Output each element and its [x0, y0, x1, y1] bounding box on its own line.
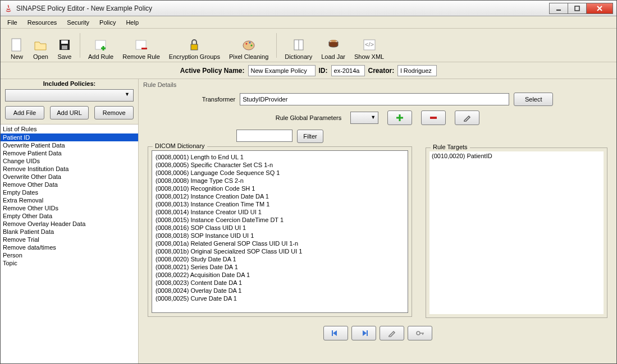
dicom-dictionary-list[interactable]: (0008,0001) Length to End UL 1(0008,0005… [152, 150, 408, 313]
dict-item[interactable]: (0008,0020) Study Date DA 1 [156, 255, 404, 263]
menu-resources[interactable]: Resources [23, 18, 62, 27]
dict-item[interactable]: (0008,0013) Instance Creation Time TM 1 [156, 200, 404, 208]
open-button[interactable]: Open [29, 30, 53, 61]
rule-item[interactable]: Empty Other Data [1, 212, 138, 220]
rule-item[interactable]: Overwrite Patient Data [1, 141, 138, 149]
dict-item[interactable]: (0008,0012) Instance Creation Date DA 1 [156, 192, 404, 200]
next-button[interactable] [351, 326, 376, 340]
svg-text:</>: </> [365, 41, 374, 48]
rule-item[interactable]: Remove Institution Data [1, 165, 138, 173]
dicom-dictionary-fieldset: DICOM Dictionary (0008,0001) Length to E… [148, 146, 412, 317]
save-button[interactable]: Save [53, 30, 76, 61]
remove-policy-button[interactable]: Remove [94, 106, 134, 119]
included-policies-combo[interactable] [5, 89, 134, 102]
jar-icon [326, 38, 341, 52]
rule-item[interactable]: Remove Other Data [1, 181, 138, 188]
toolbar-separator [80, 33, 80, 58]
edit-button[interactable] [380, 326, 404, 340]
rule-targets-list[interactable]: (0010,0020) PatientID [429, 151, 604, 314]
encryption-groups-button[interactable]: Encryption Groups [164, 30, 225, 61]
active-name-input[interactable] [248, 65, 316, 76]
add-rule-button[interactable]: Add Rule [84, 30, 118, 61]
dict-item[interactable]: (0008,0010) Recognition Code SH 1 [156, 185, 404, 192]
java-icon [4, 4, 13, 13]
rule-item[interactable]: Person [1, 251, 138, 259]
rule-item[interactable]: Blank Patient Data [1, 228, 138, 236]
active-creator-input[interactable] [397, 65, 437, 76]
add-param-button[interactable] [387, 110, 412, 125]
rules-list[interactable]: List of Rules Patient IDOverwrite Patien… [1, 124, 138, 363]
menubar: File Resources Security Policy Help [1, 16, 616, 29]
rule-item[interactable]: Remove Other UIDs [1, 204, 138, 212]
open-icon [33, 38, 48, 52]
menu-policy[interactable]: Policy [95, 18, 120, 27]
dict-item[interactable]: (0008,0006) Language Code Sequence SQ 1 [156, 169, 404, 177]
dict-item[interactable]: (0008,001b) Original Specialized SOP Cla… [156, 247, 404, 255]
dict-item[interactable]: (0008,0016) SOP Class UID UI 1 [156, 224, 404, 232]
key-button[interactable] [408, 326, 432, 340]
maximize-button[interactable] [568, 3, 587, 14]
transformer-input[interactable] [240, 93, 509, 105]
pixel-cleaning-button[interactable]: Pixel Cleaning [225, 30, 273, 61]
mid-columns: Filter DICOM Dictionary (0008,0001) Leng… [139, 127, 616, 321]
target-item[interactable]: (0010,0020) PatientID [432, 153, 601, 159]
transformer-label: Transformer [202, 96, 236, 103]
menu-file[interactable]: File [3, 18, 22, 27]
filter-input[interactable] [236, 130, 292, 142]
close-button[interactable] [586, 3, 613, 14]
svg-point-10 [243, 41, 254, 50]
dict-item[interactable]: (0008,0025) Curve Date DA 1 [156, 294, 404, 302]
dict-item[interactable]: (0008,0001) Length to End UL 1 [156, 153, 404, 161]
globals-combo[interactable] [350, 112, 378, 124]
window-controls [550, 3, 613, 14]
prev-button[interactable] [323, 326, 348, 340]
rule-item[interactable]: Empty Dates [1, 188, 138, 196]
dictionary-button[interactable]: Dictionary [280, 30, 317, 61]
dict-item[interactable]: (0008,0021) Series Date DA 1 [156, 263, 404, 271]
edit-param-button[interactable] [455, 110, 479, 125]
rule-item[interactable]: Change UIDs [1, 157, 138, 165]
lock-icon [187, 38, 202, 52]
filter-button[interactable]: Filter [297, 130, 323, 143]
included-policies-buttons: Add File Add URL Remove [1, 103, 138, 124]
active-policy-bar: Active Policy Name: ID: Creator: [1, 62, 616, 79]
rule-item[interactable]: Extra Removal [1, 196, 138, 204]
toolbar: New Open Save Add Rule Remove Rule Encry… [1, 29, 616, 62]
svg-rect-4 [61, 40, 68, 44]
dict-item[interactable]: (0008,0014) Instance Creator UID UI 1 [156, 208, 404, 216]
save-icon [57, 38, 72, 52]
add-url-button[interactable]: Add URL [50, 106, 89, 119]
menu-help[interactable]: Help [121, 18, 143, 27]
xml-icon: </> [362, 38, 377, 52]
remove-param-button[interactable] [421, 110, 446, 125]
rule-item[interactable]: Remove data/times [1, 243, 138, 251]
rule-item[interactable]: Topic [1, 259, 138, 267]
rule-item[interactable]: Remove Overlay Header Data [1, 220, 138, 228]
svg-rect-1 [575, 6, 579, 11]
rule-item[interactable]: Remove Patient Data [1, 149, 138, 157]
dict-item[interactable]: (0008,0023) Content Date DA 1 [156, 279, 404, 287]
svg-point-11 [246, 43, 248, 44]
rule-item[interactable]: Remove Trial [1, 236, 138, 243]
show-xml-button[interactable]: </>Show XML [350, 30, 389, 61]
menu-security[interactable]: Security [62, 18, 94, 27]
add-file-button[interactable]: Add File [5, 106, 44, 119]
right-pane: Rule Details Transformer Select Rule Glo… [139, 79, 616, 363]
select-transformer-button[interactable]: Select [514, 93, 553, 106]
rule-item[interactable]: Patient ID [1, 133, 138, 141]
rule-item[interactable]: Overwrite Other Data [1, 173, 138, 181]
dict-item[interactable]: (0008,0005) Specific Character Set CS 1-… [156, 161, 404, 169]
new-button[interactable]: New [5, 30, 29, 61]
dict-item[interactable]: (0008,0018) SOP Instance UID UI 1 [156, 232, 404, 239]
remove-rule-button[interactable]: Remove Rule [118, 30, 164, 61]
active-id-input[interactable] [331, 65, 365, 76]
dict-item[interactable]: (0008,0022) Acquisition Date DA 1 [156, 271, 404, 279]
dict-item[interactable]: (0008,0015) Instance Coercion DateTime D… [156, 216, 404, 224]
dict-item[interactable]: (0008,001a) Related General SOP Class UI… [156, 239, 404, 247]
active-creator-label: Creator: [368, 67, 395, 75]
book-icon [291, 38, 306, 52]
minimize-button[interactable] [549, 3, 568, 14]
dict-item[interactable]: (0008,0024) Overlay Date DA 1 [156, 287, 404, 294]
load-jar-button[interactable]: Load Jar [317, 30, 350, 61]
dict-item[interactable]: (0008,0008) Image Type CS 2-n [156, 177, 404, 185]
